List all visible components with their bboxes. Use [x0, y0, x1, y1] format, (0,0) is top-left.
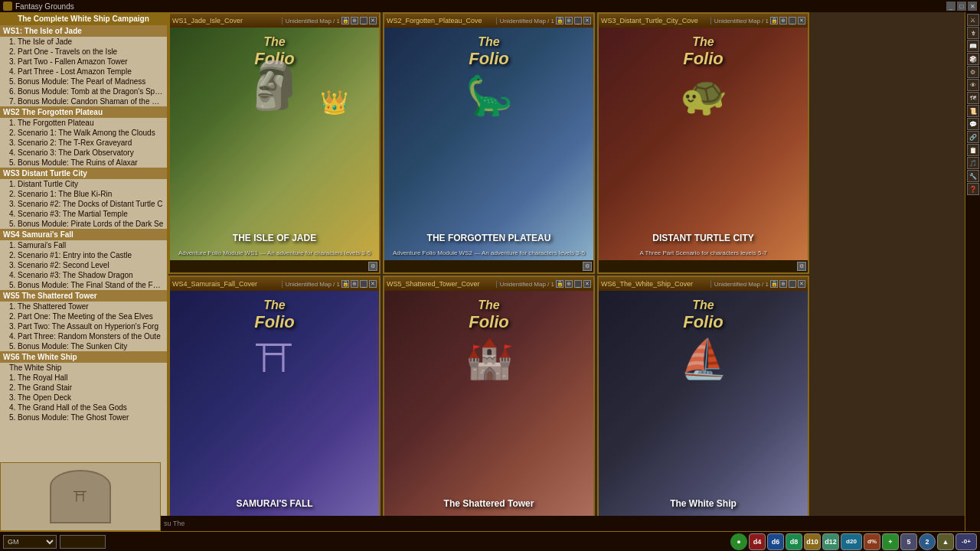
right-icon-6[interactable]: 👁 — [967, 79, 979, 91]
sidebar-item[interactable]: 2. Scenario 1: The Walk Among the Clouds — [0, 128, 167, 138]
sidebar-item[interactable]: 2. Part One - Travels on the Isle — [0, 47, 167, 57]
sidebar-item[interactable]: 5. Bonus Module: The Ruins of Alaxar — [0, 158, 167, 168]
sidebar-item[interactable]: 5. Bonus Module: The Sunken City — [0, 341, 167, 351]
ws3-close[interactable]: ✕ — [798, 17, 805, 24]
die-d20[interactable]: d20 — [841, 533, 862, 550]
ws4-close[interactable]: ✕ — [369, 280, 377, 288]
sidebar-item[interactable]: 1. The Royal Hall — [0, 373, 167, 383]
ws1-close[interactable]: ✕ — [369, 17, 377, 24]
right-icon-10[interactable]: 🔗 — [967, 131, 979, 143]
ws6-btn2[interactable]: ⊕ — [779, 280, 787, 288]
die-triangle[interactable]: ▲ — [937, 533, 954, 550]
die-green-circle[interactable]: ● — [730, 533, 747, 550]
die-d10[interactable]: d10 — [804, 533, 821, 550]
ws3-btn1[interactable]: 🔒 — [770, 17, 778, 24]
sidebar-item[interactable]: 3. The Open Deck — [0, 393, 167, 403]
sidebar-section-ws4[interactable]: WS4 Samurai's Fall — [0, 229, 167, 240]
right-icon-12[interactable]: 🎵 — [967, 157, 979, 169]
sidebar-section-ws5[interactable]: WS5 The Shattered Tower — [0, 290, 167, 302]
ws6-minimize[interactable]: _ — [789, 280, 796, 288]
die-d6[interactable]: d6 — [767, 533, 784, 550]
ws4-btn1[interactable]: 🔒 — [341, 280, 349, 288]
ws3-footer-icon[interactable]: ⚙ — [797, 262, 806, 271]
right-icon-9[interactable]: 💬 — [967, 118, 979, 130]
sidebar-section-ws3[interactable]: WS3 Distant Turtle City — [0, 168, 167, 179]
ws5-close[interactable]: ✕ — [583, 280, 591, 288]
sidebar-section-ws6[interactable]: WS6 The White Ship — [0, 351, 167, 363]
ws1-minimize[interactable]: _ — [360, 17, 368, 24]
die-minus[interactable]: -0+ — [956, 533, 977, 550]
die-d4[interactable]: d4 — [749, 533, 766, 550]
sidebar-item[interactable]: The White Ship — [0, 363, 167, 373]
die-d12[interactable]: d12 — [822, 533, 839, 550]
ws1-footer-icon[interactable]: ⚙ — [368, 262, 377, 271]
ws2-title: WS2_Forgotten_Plateau_Cove — [387, 17, 493, 24]
sidebar-item[interactable]: 5. Bonus Module: Pirate Lords of the Dar… — [0, 219, 167, 229]
ws4-minimize[interactable]: _ — [360, 280, 368, 288]
ws6-btn1[interactable]: 🔒 — [770, 280, 778, 288]
ws1-btn2[interactable]: ⊕ — [351, 17, 358, 24]
sidebar-item[interactable]: 1. The Forgotten Plateau — [0, 118, 167, 128]
maximize-button[interactable]: □ — [957, 2, 966, 11]
ws2-footer-icon[interactable]: ⚙ — [583, 262, 592, 271]
die-d8[interactable]: d8 — [786, 533, 802, 550]
ws3-minimize[interactable]: _ — [789, 17, 796, 24]
ws2-btn2[interactable]: ⊕ — [565, 17, 573, 24]
ws2-minimize[interactable]: _ — [574, 17, 582, 24]
right-icon-1[interactable]: ⚔ — [967, 14, 979, 26]
sidebar-item[interactable]: 1. Samurai's Fall — [0, 240, 167, 250]
right-icon-3[interactable]: 📖 — [967, 40, 979, 52]
sidebar-item[interactable]: 3. Scenario 2: The T-Rex Graveyard — [0, 138, 167, 148]
right-icon-11[interactable]: 📋 — [967, 144, 979, 156]
sidebar-item[interactable]: 6. Bonus Module: Tomb at the Dragon's Sp… — [0, 86, 167, 96]
sidebar-item[interactable]: 4. Scenario 3: The Dark Observatory — [0, 148, 167, 158]
die-modifier[interactable]: + — [882, 533, 899, 550]
ws3-btn2[interactable]: ⊕ — [779, 17, 787, 24]
die-special[interactable]: 5 — [900, 533, 917, 550]
ws2-close[interactable]: ✕ — [583, 17, 591, 24]
sidebar-item[interactable]: 5. Bonus Module: The Ghost Tower — [0, 412, 167, 422]
right-icon-13[interactable]: 🔧 — [967, 170, 979, 182]
right-icon-5[interactable]: ⚙ — [967, 66, 979, 78]
ws2-btn1[interactable]: 🔒 — [556, 17, 564, 24]
ws5-btn1[interactable]: 🔒 — [556, 280, 564, 288]
sidebar-item[interactable]: 5. Bonus Module: The Pearl of Madness — [0, 77, 167, 86]
sidebar-section-ws2[interactable]: WS2 The Forgotten Plateau — [0, 106, 167, 118]
sidebar-item[interactable]: 7. Bonus Module: Candon Shaman of the Da… — [0, 96, 167, 106]
sidebar-item[interactable]: 3. Part Two: The Assault on Hyperion's F… — [0, 321, 167, 331]
right-icon-14[interactable]: ❓ — [967, 183, 979, 195]
sidebar-item[interactable]: 3. Part Two - Fallen Amazon Tower — [0, 57, 167, 67]
sidebar-item[interactable]: 2. Part One: The Meeting of the Sea Elve… — [0, 311, 167, 321]
right-icon-8[interactable]: 📜 — [967, 105, 979, 117]
close-button[interactable]: ✕ — [968, 2, 977, 11]
minimize-button[interactable]: _ — [946, 2, 956, 11]
right-icon-2[interactable]: 🗡 — [967, 27, 979, 39]
sidebar-item[interactable]: 2. The Grand Stair — [0, 383, 167, 393]
right-icon-4[interactable]: 🎲 — [967, 53, 979, 65]
sidebar-item[interactable]: 4. Part Three: Random Monsters of the Ou… — [0, 331, 167, 341]
ws5-btn2[interactable]: ⊕ — [565, 280, 573, 288]
die-green2[interactable]: 2 — [919, 533, 936, 550]
die-d100[interactable]: d% — [864, 533, 880, 550]
sidebar-item[interactable]: 2. Scenario 1: The Blue Ki-Rin — [0, 189, 167, 199]
ws1-btn1[interactable]: 🔒 — [341, 17, 349, 24]
sidebar-item[interactable]: 4. Part Three - Lost Amazon Temple — [0, 67, 167, 77]
sidebar-item[interactable]: 1. Distant Turtle City — [0, 179, 167, 189]
sidebar-item[interactable]: 1. The Shattered Tower — [0, 302, 167, 311]
right-icon-7[interactable]: 🗺 — [967, 92, 979, 104]
sidebar-item[interactable]: 4. The Grand Hall of the Sea Gods — [0, 403, 167, 412]
sidebar-item[interactable]: 2. Scenario #1: Entry into the Castle — [0, 250, 167, 260]
sidebar-section-ws1[interactable]: WS1: The Isle of Jade — [0, 25, 167, 37]
ws4-btn2[interactable]: ⊕ — [351, 280, 358, 288]
sidebar-item[interactable]: 3. Scenario #2: Second Level — [0, 260, 167, 270]
sidebar-item[interactable]: 3. Scenario #2: The Docks of Distant Tur… — [0, 199, 167, 209]
gm-select[interactable]: GM Player — [3, 535, 57, 549]
sidebar-item[interactable]: 5. Bonus Module: The Final Stand of the … — [0, 280, 167, 290]
ws5-minimize[interactable]: _ — [574, 280, 582, 288]
ws6-close[interactable]: ✕ — [798, 280, 805, 288]
chat-input[interactable] — [60, 535, 106, 549]
sidebar-item[interactable]: 4. Scenario #3: The Shadow Dragon — [0, 270, 167, 280]
sidebar-item[interactable]: 4. Scenario #3: The Martial Temple — [0, 209, 167, 219]
sidebar-item[interactable]: 1. The Isle of Jade — [0, 37, 167, 47]
status-bar: su The — [161, 516, 965, 531]
